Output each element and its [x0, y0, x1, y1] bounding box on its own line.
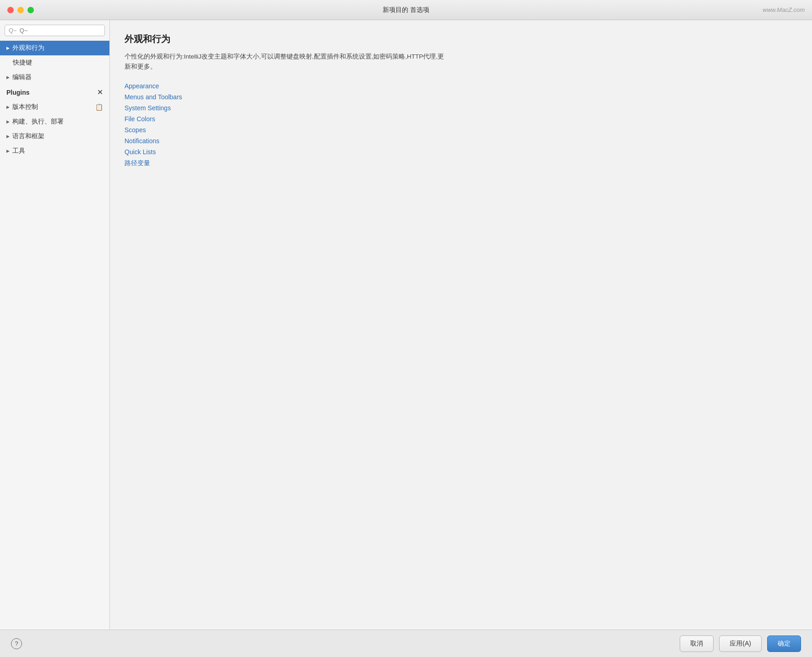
content-description: 个性化的外观和行为:IntelliJ改变主题和字体大小,可以调整键盘映射,配置插…	[125, 52, 445, 71]
content-area: 外观和行为 个性化的外观和行为:IntelliJ改变主题和字体大小,可以调整键盘…	[110, 20, 812, 630]
content-title: 外观和行为	[125, 33, 797, 45]
sidebar-item-version-control[interactable]: 版本控制 📋	[0, 100, 109, 114]
cancel-button[interactable]: 取消	[680, 635, 714, 652]
link-quick-lists[interactable]: Quick Lists	[125, 148, 156, 156]
close-button[interactable]	[7, 7, 14, 13]
bottom-buttons: 取消 应用(A) 确定	[680, 635, 801, 652]
watermark: www.MacZ.com	[763, 6, 805, 13]
version-control-badge: 📋	[95, 103, 103, 111]
sidebar-item-label: 语言和框架	[12, 132, 44, 140]
window-title: 新项目的 首选项	[383, 6, 429, 14]
link-file-colors[interactable]: File Colors	[125, 115, 155, 123]
content-links: Appearance Menus and Toolbars System Set…	[125, 82, 797, 167]
sidebar-item-label: 版本控制	[12, 103, 38, 111]
bottom-bar: ? 取消 应用(A) 确定	[0, 630, 812, 657]
help-button[interactable]: ?	[11, 638, 22, 649]
link-menus-toolbars[interactable]: Menus and Toolbars	[125, 93, 182, 101]
link-system-settings[interactable]: System Settings	[125, 104, 171, 112]
sidebar-item-plugins[interactable]: Plugins ✕	[0, 85, 109, 100]
main-container: Q~ 外观和行为 快捷键 编辑器 Plugins ✕ 版本控制 📋 构建、执行、…	[0, 20, 812, 630]
titlebar: 新项目的 首选项 www.MacZ.com	[0, 0, 812, 20]
sidebar-item-tools[interactable]: 工具	[0, 144, 109, 158]
maximize-button[interactable]	[27, 7, 34, 13]
help-icon: ?	[15, 640, 18, 647]
sidebar-item-appearance[interactable]: 外观和行为	[0, 41, 109, 55]
sidebar: Q~ 外观和行为 快捷键 编辑器 Plugins ✕ 版本控制 📋 构建、执行、…	[0, 20, 110, 630]
sidebar-item-label: Plugins	[6, 89, 30, 96]
minimize-button[interactable]	[17, 7, 24, 13]
sidebar-item-label: 编辑器	[12, 73, 32, 81]
ok-button[interactable]: 确定	[767, 635, 801, 652]
search-input[interactable]	[20, 27, 101, 34]
link-path-variables[interactable]: 路径变量	[125, 159, 150, 167]
sidebar-item-label: 外观和行为	[12, 44, 44, 52]
sidebar-item-label: 快捷键	[13, 59, 32, 67]
sidebar-item-label: 构建、执行、部署	[12, 118, 64, 126]
sidebar-item-language[interactable]: 语言和框架	[0, 129, 109, 144]
link-notifications[interactable]: Notifications	[125, 137, 159, 145]
apply-button[interactable]: 应用(A)	[719, 635, 762, 652]
link-appearance[interactable]: Appearance	[125, 82, 159, 90]
link-scopes[interactable]: Scopes	[125, 126, 146, 134]
plugins-badge: ✕	[97, 88, 103, 97]
sidebar-item-editor[interactable]: 编辑器	[0, 70, 109, 85]
sidebar-item-shortcuts[interactable]: 快捷键	[0, 55, 109, 70]
window-controls	[7, 7, 34, 13]
sidebar-item-label: 工具	[12, 147, 25, 155]
search-icon: Q~	[9, 27, 17, 34]
sidebar-item-build[interactable]: 构建、执行、部署	[0, 114, 109, 129]
search-box[interactable]: Q~	[5, 25, 105, 36]
